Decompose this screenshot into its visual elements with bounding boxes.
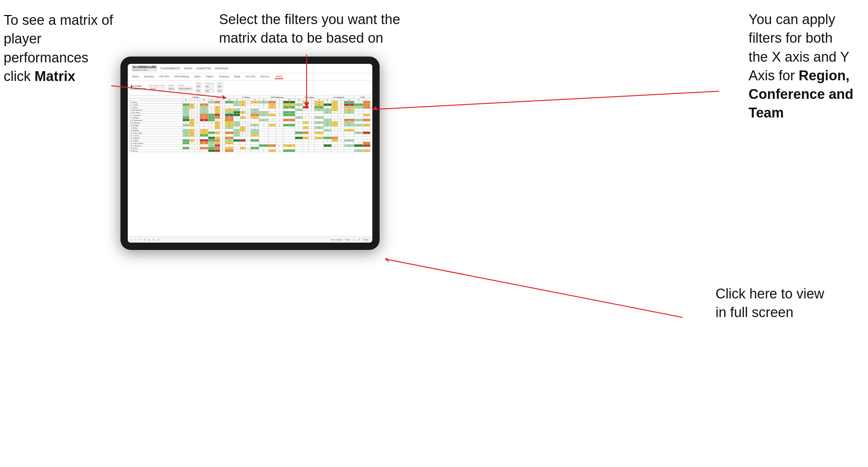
tab-h2h-heatmap[interactable]: H2H Heatmap xyxy=(173,74,190,79)
cell-r5-c0-1: 0 xyxy=(189,114,194,116)
cell-r8-c5-0: 1 xyxy=(324,121,332,124)
compact-view-radio[interactable]: Compact View xyxy=(131,88,146,90)
players-select[interactable]: (All) xyxy=(217,85,223,88)
cell-r17-c4-0 xyxy=(295,144,303,147)
cell-r2-c1-2: 0 xyxy=(220,106,225,109)
cell-r6-c2-1: 1 xyxy=(240,116,245,119)
cell-r12-c0-0: 1 xyxy=(183,132,189,134)
tab-summary[interactable]: Summary xyxy=(143,74,155,79)
division-select[interactable]: NCAA Division I xyxy=(178,87,193,90)
tab-h2hhe[interactable]: H2H He... xyxy=(259,74,272,79)
cell-r1-c2-2: 0 xyxy=(245,104,250,106)
cell-r3-c1-2: 0 xyxy=(220,109,225,111)
region-select[interactable]: N/A xyxy=(196,85,201,88)
cell-r10-c5-0 xyxy=(324,127,332,129)
cell-r11-c3-0 xyxy=(259,129,268,132)
cell-r3-c1-1: 1 xyxy=(215,109,220,111)
cell-r12-c4-3: -1 xyxy=(315,132,324,134)
cell-r10-c1-2: 0 xyxy=(220,127,225,129)
max-players-select[interactable]: Top 25 xyxy=(149,87,165,90)
cell-r5-c3-3: 6 xyxy=(283,114,295,116)
cell-r13-c0-1: 1 xyxy=(189,134,194,137)
share-icon-btn[interactable]: ⬆ xyxy=(143,238,146,241)
sub-d2: Dif xyxy=(225,99,234,101)
annotation-top-right: You can apply filters for both the X axi… xyxy=(749,10,853,123)
tab-matrix-active[interactable]: Matrix xyxy=(275,74,284,79)
tab-players[interactable]: Players xyxy=(205,74,215,79)
cell-r3-c2-1: 0 xyxy=(240,109,245,111)
tab-h2h-grid[interactable]: H2H Grid xyxy=(158,74,170,79)
cell-r6-c4-1: 0 xyxy=(303,116,308,119)
reset-btn[interactable]: ↺ xyxy=(139,238,142,241)
cell-r6-c1-0: 2 xyxy=(208,116,215,119)
cell-r2-c6-0: 1 xyxy=(354,106,363,109)
tab-h2h-grid2[interactable]: H2H Grid xyxy=(244,74,256,79)
redo-btn[interactable]: ↪ xyxy=(134,238,137,241)
cell-r11-c3-3 xyxy=(283,129,295,132)
cell-r4-c5-1: 0 xyxy=(331,111,338,114)
players-select-2[interactable]: (All) xyxy=(217,89,223,93)
cell-r1-c0-1: 1 xyxy=(189,104,194,106)
cell-r4-c4-0 xyxy=(295,111,303,114)
tab-matrix[interactable]: Matrix xyxy=(193,74,202,79)
cell-r12-c2-1: 0 xyxy=(240,132,245,134)
cell-r4-c5-0: 1 xyxy=(324,111,332,114)
cell-r2-c1-1: 1 xyxy=(215,106,220,109)
cell-r16-c0-1: 0 xyxy=(189,142,194,144)
copy-btn[interactable]: ⊕ xyxy=(147,238,150,241)
row-name-14: 15. P Maichon xyxy=(130,137,183,139)
cell-r13-c2-1: 0 xyxy=(240,134,245,137)
cell-r7-c6-1: 2 xyxy=(363,119,370,121)
cell-r1-c5-3: -24 xyxy=(344,104,354,106)
cell-r0-c1-3: 11 xyxy=(225,101,234,104)
cell-r1-c4-3: -6 xyxy=(315,104,324,106)
table-row: 12. M Riedel110-61101100-6 xyxy=(130,129,370,132)
cell-r9-c6-1: 1 xyxy=(363,124,370,127)
nav-teams[interactable]: TEAMS xyxy=(184,67,192,70)
cell-r4-c1-2: 0 xyxy=(220,111,225,114)
sub-l4: L xyxy=(268,99,276,101)
gender-select[interactable]: Men's xyxy=(168,87,175,90)
grid-btn[interactable]: ⊞ xyxy=(357,238,360,241)
cell-r5-c0-0: 1 xyxy=(183,114,189,116)
cell-r4-c3-0: 1 xyxy=(259,111,268,114)
settings-btn[interactable]: ⚙ xyxy=(157,238,160,241)
table-row: 8. P Summerhays512-48200-16100-11100-131… xyxy=(130,119,370,121)
cell-r0-c1-1: 2 xyxy=(215,101,220,104)
sub-t6: T xyxy=(338,99,344,101)
cell-r19-c5-1 xyxy=(331,150,338,152)
cell-r14-c0-2 xyxy=(195,137,200,139)
tab-summary2[interactable]: Summary xyxy=(218,74,230,79)
tab-detail[interactable]: Detail xyxy=(233,74,241,79)
conference-select-2[interactable]: (All) xyxy=(204,89,214,93)
cell-r10-c3-1 xyxy=(268,127,276,129)
cell-r15-c0-0: 2 xyxy=(183,139,189,142)
conference-select[interactable]: (All) xyxy=(204,85,214,88)
nav-tournaments[interactable]: TOURNAMENTS xyxy=(160,67,180,70)
zoom-btn[interactable]: 🔍 xyxy=(152,238,155,241)
cell-r13-c3-0 xyxy=(259,134,268,137)
nav-committee[interactable]: COMMITTEE xyxy=(196,67,211,70)
cell-r3-c4-0: 1 xyxy=(295,109,303,111)
cell-r15-c5-1: 1 xyxy=(331,139,338,142)
full-view-radio[interactable]: Full View xyxy=(131,85,146,87)
annotation-line3-bold: Matrix xyxy=(34,69,75,84)
undo-btn[interactable]: ↩ xyxy=(130,238,133,241)
cell-r5-c0-2: 0 xyxy=(195,114,200,116)
watch-btn[interactable]: Watch xyxy=(345,238,351,241)
cell-r11-c3-2 xyxy=(276,129,283,132)
sub-w7: W xyxy=(354,99,363,101)
cell-r7-c2-1 xyxy=(240,119,245,121)
fullscreen-btn[interactable]: ⛶ xyxy=(353,238,356,241)
region-select-2[interactable]: N/A xyxy=(196,89,201,93)
share-btn[interactable]: Share xyxy=(362,238,370,242)
cell-r13-c3-1 xyxy=(268,134,276,137)
cell-r17-c3-1: 2 xyxy=(268,144,276,147)
sub-t5: T xyxy=(308,99,314,101)
cell-r3-c3-0 xyxy=(259,109,268,111)
cell-r17-c1-1: 3 xyxy=(215,144,220,147)
tab-teams[interactable]: Teams xyxy=(131,74,140,79)
nav-rankings[interactable]: RANKINGS xyxy=(215,67,228,70)
cell-r2-c3-2: 0 xyxy=(276,106,283,109)
view-original-btn[interactable]: View: Original xyxy=(330,238,343,241)
